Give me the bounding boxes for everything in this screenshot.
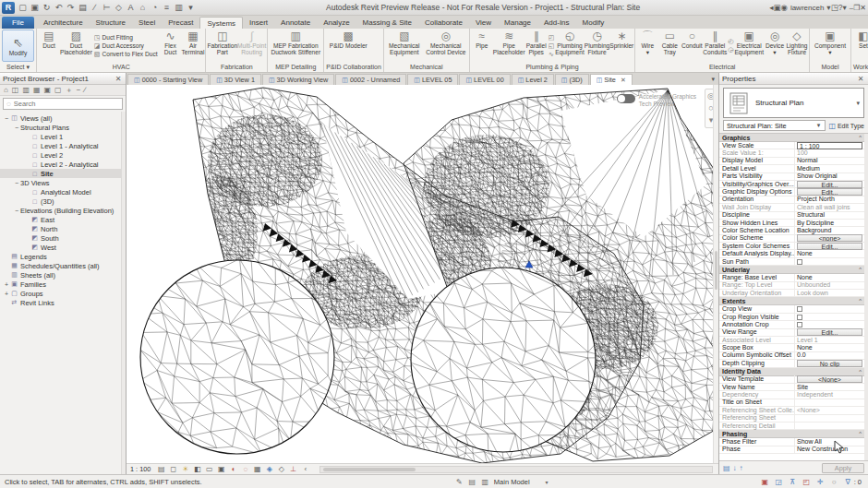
panel-label[interactable]: Electrical	[635, 63, 809, 72]
drawing-canvas[interactable]: Accelerated Graphics Tech Preview ◎○▾	[127, 85, 718, 463]
cable-tray-fitting-icon[interactable]: ◴	[728, 38, 733, 45]
browser-expand-all[interactable]: ＋	[66, 85, 73, 95]
expand-icon[interactable]: −	[13, 125, 20, 131]
expand-icon[interactable]: −	[13, 208, 20, 214]
view-tab-site[interactable]: ◫Site✕	[590, 74, 633, 85]
browser-collapse-all[interactable]: −	[77, 86, 81, 94]
view-tab-list-icon[interactable]: ▾	[707, 76, 718, 83]
tree-item-legends[interactable]: ▤Legends	[0, 252, 121, 261]
selection-filter[interactable]: ∇ : 0	[843, 478, 863, 486]
parallel-pipes-button[interactable]: ∥Parallel Pipes	[525, 29, 548, 63]
apply-button[interactable]: Apply	[822, 463, 864, 473]
property-checkbox[interactable]	[797, 322, 802, 327]
property-checkbox[interactable]	[797, 315, 802, 320]
project-browser-close-icon[interactable]: ✕	[114, 75, 123, 83]
property-checkbox[interactable]	[797, 306, 802, 312]
property-group-underlay[interactable]: Underlay^	[719, 266, 864, 274]
property-group-phasing[interactable]: Phasing^	[719, 430, 864, 438]
section-icon[interactable]: ◔	[149, 1, 161, 15]
file-tab[interactable]: File	[2, 17, 34, 29]
lighting-fixture-button[interactable]: ◇Lighting Fixture	[786, 29, 808, 63]
print-icon[interactable]: ▤	[77, 1, 89, 15]
tree-item-north[interactable]: ◩North	[0, 224, 121, 233]
ribbon-tab-structure[interactable]: Structure	[90, 17, 132, 29]
redo-icon[interactable]: ↷	[65, 1, 77, 15]
tag-by-category-icon[interactable]: ◇	[113, 1, 125, 15]
tree-item-west[interactable]: ◩West	[0, 243, 121, 252]
pipe-accessory-icon[interactable]: ◱	[549, 42, 555, 50]
pipe-button[interactable]: ≈Pipe	[471, 29, 493, 63]
highlight-displacement-sets-icon[interactable]: ◇	[276, 465, 286, 473]
ribbon-tab-insert[interactable]: Insert	[243, 17, 274, 29]
default-3d-view-icon[interactable]: ⌂	[137, 1, 149, 15]
tree-item-analytical-model[interactable]: □Analytical Model	[0, 187, 121, 196]
pipe-placeholder-button[interactable]: ≋Pipe Placeholder	[493, 29, 525, 63]
cable-tray-button[interactable]: ▭Cable Tray	[658, 29, 681, 63]
air-terminal-button[interactable]: ▦Air Terminal	[182, 29, 205, 63]
property-value-input[interactable]: 1 : 100	[797, 142, 862, 149]
fabrication-part-button[interactable]: ◫Fabrication Part	[207, 29, 237, 63]
browser-settings[interactable]: ∕	[84, 86, 85, 94]
conduit-fitting-icon[interactable]: ◶	[728, 46, 733, 54]
design-options-icon[interactable]: ▥	[480, 478, 490, 486]
type-selector-caret-icon[interactable]: ▾	[854, 100, 862, 107]
set-button[interactable]: ◧Set	[852, 29, 868, 63]
duct-placeholder-button[interactable]: ▨Duct Placeholder	[60, 29, 92, 63]
select-elements-by-face-icon[interactable]: ◰	[802, 478, 812, 486]
view-tab-level-2[interactable]: ◫Level 2	[512, 74, 554, 85]
save-file-icon[interactable]: ▣	[29, 1, 41, 15]
tree-item-site[interactable]: □Site	[0, 169, 121, 178]
modify-button[interactable]: ⇖ Modify	[2, 30, 34, 62]
collapse-icon[interactable]: ^	[859, 369, 862, 375]
user-avatar-icon[interactable]: ◉	[780, 3, 787, 12]
convert-to-flex-duct-button[interactable]: ▧Convert to Flex Duct	[94, 51, 158, 58]
view-tab-3d-working-view[interactable]: ◫3D Working View	[262, 74, 334, 85]
tree-item-3d[interactable]: □(3D)	[0, 196, 121, 206]
tree-item-sheets-all[interactable]: ▥Sheets (all)	[0, 270, 121, 280]
panel-label[interactable]: Fabrication	[206, 63, 267, 72]
collapse-icon[interactable]: ^	[859, 267, 862, 272]
autodesk-store-icon[interactable]: ◳	[831, 3, 838, 12]
tree-item-level-1[interactable]: □Level 1	[0, 132, 121, 141]
plumbing-fixture-button[interactable]: ◷Plumbing Fixture	[585, 29, 610, 63]
ribbon-tab-view[interactable]: View	[469, 17, 498, 29]
tree-item-level-2-analytical[interactable]: □Level 2 - Analytical	[0, 160, 121, 169]
p-id-modeler-button[interactable]: ▩P&ID Modeler	[325, 29, 371, 63]
ribbon-tab-add-ins[interactable]: Add-Ins	[537, 17, 576, 29]
tree-item-level-2[interactable]: □Level 2	[0, 150, 121, 160]
crop-view-icon[interactable]: ▭	[204, 465, 214, 473]
panel-label[interactable]: P&ID Collaboration	[324, 63, 383, 72]
browser-sheets[interactable]: ▥	[22, 86, 30, 94]
flex-pipe-icon[interactable]: ∿	[549, 51, 555, 58]
property-value-button[interactable]: No clip	[797, 360, 862, 367]
reveal-hidden-elements-icon[interactable]: ◌	[240, 465, 250, 473]
sun-path-icon[interactable]: ☀	[180, 465, 190, 473]
aligned-dimension-icon[interactable]: ⊢	[101, 1, 113, 15]
toggle-switch[interactable]	[617, 94, 635, 103]
show-analytical-model-icon[interactable]: ◈	[264, 465, 274, 473]
expand-icon[interactable]: −	[3, 115, 10, 122]
select-underlay-elements-icon[interactable]: ◲	[774, 478, 784, 486]
view-tab-level-00[interactable]: ◫LEVEL 00	[459, 74, 510, 85]
properties-close-icon[interactable]: ✕	[856, 75, 865, 83]
search-input[interactable]	[14, 100, 119, 108]
ribbon-tab-precast[interactable]: Precast	[162, 17, 199, 29]
electrical-equipment-button[interactable]: ▣Electrical Equipment	[734, 29, 764, 63]
type-selector[interactable]: Structural Plan ▾	[723, 88, 864, 118]
panel-label[interactable]: MEP Detailing	[268, 63, 323, 72]
property-grid-scrollbar[interactable]	[864, 134, 868, 460]
panel-label[interactable]: HVAC	[37, 63, 205, 72]
duct-accessory-button[interactable]: ◪Duct Accessory	[94, 42, 158, 50]
ribbon-tab-collaborate[interactable]: Collaborate	[418, 17, 469, 29]
select-links-icon[interactable]: ▣	[760, 478, 770, 486]
parallel-conduits-button[interactable]: ∥Parallel Conduits	[703, 29, 727, 63]
pipe-fitting-icon[interactable]: ◰	[549, 34, 555, 42]
tree-item-south[interactable]: ◩South	[0, 233, 121, 243]
component-button[interactable]: ▣Component ▾	[811, 29, 850, 63]
ribbon-tab-steel[interactable]: Steel	[132, 17, 162, 29]
ribbon-tab-analyze[interactable]: Analyze	[317, 17, 356, 29]
panel-label[interactable]: Mechanical	[384, 63, 469, 72]
property-group-identity-data[interactable]: Identity Data^	[719, 368, 864, 376]
flex-duct-button[interactable]: ∿Flex Duct	[160, 29, 182, 63]
view-tab-0000-starting-view[interactable]: ◫0000 - Starting View	[127, 74, 209, 85]
